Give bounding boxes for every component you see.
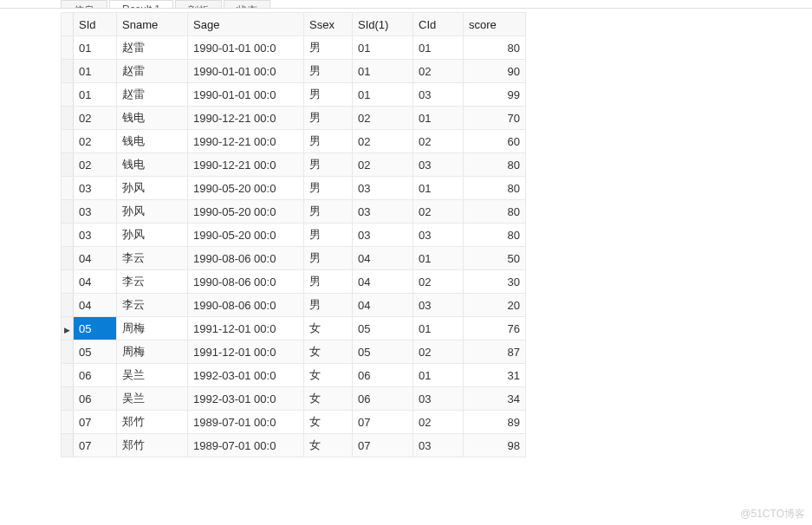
result-grid[interactable]: SId Sname Sage Ssex SId(1) CId score 01赵… [61,12,526,457]
cell-ssex[interactable]: 男 [304,130,353,153]
cell-sid1[interactable]: 02 [353,130,413,153]
cell-sid1[interactable]: 03 [353,224,413,247]
cell-cid[interactable]: 01 [413,36,464,60]
cell-sid[interactable]: 01 [74,60,117,83]
cell-score[interactable]: 70 [464,107,526,130]
row-header[interactable] [62,200,74,224]
row-header[interactable]: ▶ [62,317,74,340]
cell-cid[interactable]: 03 [413,224,464,247]
cell-sage[interactable]: 1990-08-06 00:0 [188,270,304,294]
row-header[interactable] [62,107,74,130]
cell-sage[interactable]: 1990-05-20 00:0 [188,200,304,224]
cell-score[interactable]: 34 [464,387,526,411]
cell-score[interactable]: 76 [464,317,526,340]
cell-sage[interactable]: 1990-08-06 00:0 [188,294,304,317]
row-header[interactable] [62,153,74,177]
cell-score[interactable]: 80 [464,200,526,224]
col-header-sid[interactable]: SId [74,13,117,36]
cell-sname[interactable]: 孙风 [117,224,188,247]
cell-score[interactable]: 50 [464,247,526,270]
cell-sid1[interactable]: 06 [353,387,413,411]
row-header[interactable] [62,224,74,247]
cell-sid[interactable]: 02 [74,130,117,153]
table-row[interactable]: 01赵雷1990-01-01 00:0男010290 [62,60,526,83]
cell-sage[interactable]: 1990-01-01 00:0 [188,36,304,60]
cell-sid[interactable]: 01 [74,83,117,107]
cell-cid[interactable]: 01 [413,364,464,387]
cell-score[interactable]: 80 [464,36,526,60]
cell-sid1[interactable]: 07 [353,411,413,434]
cell-ssex[interactable]: 男 [304,270,353,294]
cell-cid[interactable]: 02 [413,60,464,83]
table-row[interactable]: 04李云1990-08-06 00:0男040320 [62,294,526,317]
tab-3[interactable]: 状态 [224,0,270,8]
table-row[interactable]: 06吴兰1992-03-01 00:0女060131 [62,364,526,387]
cell-ssex[interactable]: 男 [304,153,353,177]
cell-sage[interactable]: 1990-01-01 00:0 [188,83,304,107]
cell-cid[interactable]: 03 [413,294,464,317]
row-header[interactable] [62,434,74,457]
row-header[interactable] [62,387,74,411]
cell-sid1[interactable]: 07 [353,434,413,457]
cell-sid1[interactable]: 02 [353,107,413,130]
cell-sname[interactable]: 李云 [117,247,188,270]
row-header[interactable] [62,247,74,270]
cell-score[interactable]: 90 [464,60,526,83]
table-row[interactable]: 06吴兰1992-03-01 00:0女060334 [62,387,526,411]
cell-sid[interactable]: 06 [74,364,117,387]
cell-sid[interactable]: 03 [74,177,117,200]
cell-cid[interactable]: 02 [413,270,464,294]
cell-sid1[interactable]: 04 [353,294,413,317]
table-row[interactable]: 07郑竹1989-07-01 00:0女070398 [62,434,526,457]
cell-sage[interactable]: 1989-07-01 00:0 [188,434,304,457]
cell-sage[interactable]: 1991-12-01 00:0 [188,340,304,364]
cell-sid[interactable]: 05 [74,317,117,340]
row-header[interactable] [62,340,74,364]
cell-ssex[interactable]: 女 [304,434,353,457]
cell-sid1[interactable]: 04 [353,270,413,294]
cell-score[interactable]: 87 [464,340,526,364]
cell-sid[interactable]: 07 [74,411,117,434]
cell-sid1[interactable]: 03 [353,200,413,224]
cell-sage[interactable]: 1990-12-21 00:0 [188,107,304,130]
row-header[interactable] [62,130,74,153]
cell-ssex[interactable]: 男 [304,36,353,60]
table-row[interactable]: 04李云1990-08-06 00:0男040230 [62,270,526,294]
col-header-cid[interactable]: CId [413,13,464,36]
cell-ssex[interactable]: 男 [304,294,353,317]
cell-sname[interactable]: 赵雷 [117,60,188,83]
cell-sage[interactable]: 1990-12-21 00:0 [188,130,304,153]
cell-ssex[interactable]: 女 [304,364,353,387]
cell-ssex[interactable]: 男 [304,224,353,247]
cell-sage[interactable]: 1989-07-01 00:0 [188,411,304,434]
cell-sname[interactable]: 李云 [117,270,188,294]
cell-sid[interactable]: 04 [74,247,117,270]
cell-cid[interactable]: 02 [413,340,464,364]
cell-sage[interactable]: 1990-12-21 00:0 [188,153,304,177]
table-row[interactable]: 01赵雷1990-01-01 00:0男010180 [62,36,526,60]
cell-score[interactable]: 98 [464,434,526,457]
cell-cid[interactable]: 01 [413,177,464,200]
cell-sname[interactable]: 钱电 [117,130,188,153]
cell-sname[interactable]: 吴兰 [117,387,188,411]
cell-sid[interactable]: 07 [74,434,117,457]
table-row[interactable]: 03孙风1990-05-20 00:0男030280 [62,200,526,224]
row-header[interactable] [62,83,74,107]
col-header-sname[interactable]: Sname [117,13,188,36]
row-header[interactable] [62,364,74,387]
cell-sid1[interactable]: 03 [353,177,413,200]
cell-sname[interactable]: 李云 [117,294,188,317]
table-row[interactable]: 05周梅1991-12-01 00:0女050287 [62,340,526,364]
cell-score[interactable]: 89 [464,411,526,434]
cell-sname[interactable]: 郑竹 [117,411,188,434]
col-header-sid1[interactable]: SId(1) [353,13,413,36]
tab-2[interactable]: 剖析 [175,0,222,8]
table-row[interactable]: 07郑竹1989-07-01 00:0女070289 [62,411,526,434]
col-header-score[interactable]: score [464,13,526,36]
row-header[interactable] [62,60,74,83]
cell-sid[interactable]: 03 [74,200,117,224]
cell-cid[interactable]: 02 [413,200,464,224]
cell-cid[interactable]: 02 [413,130,464,153]
cell-sname[interactable]: 孙风 [117,177,188,200]
cell-cid[interactable]: 01 [413,107,464,130]
